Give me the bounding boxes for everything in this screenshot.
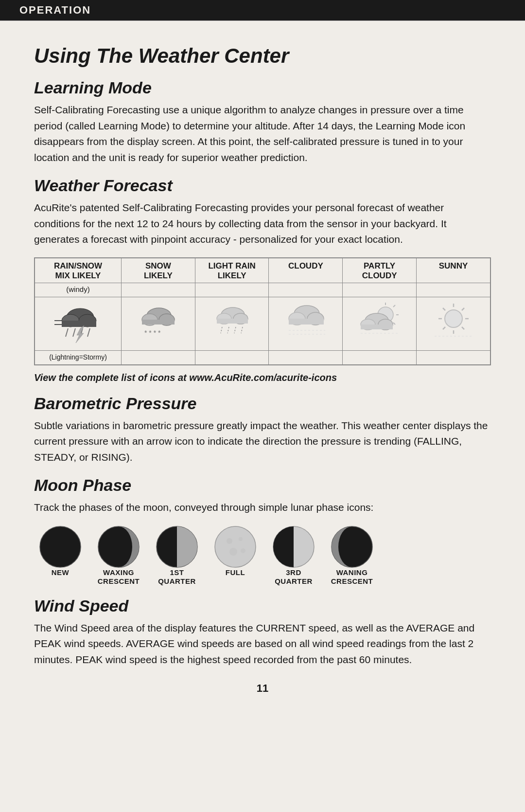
page-content: Using The Weather Center Learning Mode S… bbox=[0, 21, 525, 719]
moon-phase-title: Moon Phase bbox=[34, 476, 491, 495]
operation-label: OPERATION bbox=[19, 4, 91, 16]
page-title: Using The Weather Center bbox=[34, 44, 491, 68]
svg-rect-27 bbox=[289, 319, 324, 325]
svg-text:*   *   *   *: * * * * bbox=[144, 329, 161, 337]
svg-rect-19 bbox=[217, 319, 248, 324]
operation-bar: OPERATION bbox=[0, 0, 525, 20]
forecast-cloudy-bottom bbox=[269, 350, 343, 365]
forecast-bottom-label-row: (Lightning=Stormy) bbox=[35, 350, 490, 365]
svg-line-20 bbox=[221, 327, 222, 333]
barometric-pressure-title: Barometric Pressure bbox=[34, 394, 491, 413]
forecast-sublabel-row: (windy) bbox=[35, 283, 490, 297]
barometric-pressure-body: Subtle variations in barometric pressure… bbox=[34, 418, 491, 466]
moon-new-icon bbox=[39, 525, 82, 568]
moon-phase-third-quarter: 3RDQUARTER bbox=[267, 525, 320, 586]
forecast-icon-row: * * * * bbox=[35, 297, 490, 350]
svg-point-56 bbox=[229, 548, 237, 556]
learning-mode-title: Learning Mode bbox=[34, 78, 491, 97]
forecast-partlycloudy-sublabel bbox=[343, 283, 417, 297]
forecast-header-cloudy: CLOUDY bbox=[269, 258, 343, 283]
svg-line-46 bbox=[462, 308, 464, 310]
page-number: 11 bbox=[34, 682, 491, 695]
svg-point-54 bbox=[227, 538, 232, 544]
svg-rect-14 bbox=[142, 320, 175, 325]
moon-phase-body: Track the phases of the moon, conveyed t… bbox=[34, 500, 491, 516]
moon-waxing-crescent-icon bbox=[97, 525, 140, 568]
moon-phase-waxing-crescent: WAXINGCRESCENT bbox=[92, 525, 145, 586]
svg-line-23 bbox=[241, 327, 243, 333]
moon-waning-crescent-icon bbox=[331, 525, 373, 568]
wind-speed-body: The Wind Speed area of the display featu… bbox=[34, 620, 491, 668]
forecast-header-light-rain: LIGHT RAINLIKELY bbox=[195, 258, 269, 283]
learning-mode-body: Self-Calibrating Forecasting use a uniqu… bbox=[34, 102, 491, 165]
forecast-lightrain-sublabel bbox=[195, 283, 269, 297]
moon-phase-new: NEW bbox=[34, 525, 87, 577]
forecast-icon-light-rain bbox=[195, 297, 269, 350]
forecast-lightning-label: (Lightning=Stormy) bbox=[35, 350, 121, 365]
forecast-header-row: RAIN/SNOWMIX LIKELY SNOWLIKELY LIGHT RAI… bbox=[35, 258, 490, 283]
forecast-icon-snow: * * * * bbox=[121, 297, 195, 350]
svg-rect-5 bbox=[62, 321, 96, 327]
svg-rect-38 bbox=[361, 325, 393, 329]
moon-third-quarter-icon bbox=[272, 525, 315, 568]
forecast-header-snow: SNOWLIKELY bbox=[121, 258, 195, 283]
svg-line-22 bbox=[234, 327, 236, 333]
moon-phase-waning-crescent: WANINGCRESCENT bbox=[326, 525, 378, 586]
forecast-lightrain-bottom bbox=[195, 350, 269, 365]
forecast-header-sunny: SUNNY bbox=[417, 258, 490, 283]
svg-line-32 bbox=[393, 305, 395, 307]
svg-point-55 bbox=[239, 537, 243, 541]
svg-marker-10 bbox=[76, 325, 84, 343]
svg-point-50 bbox=[40, 526, 81, 567]
moon-phase-row: NEW WAXINGCRESCENT 1STQUARTER bbox=[34, 525, 491, 586]
forecast-link-row: View the complete list of icons at www.A… bbox=[34, 372, 491, 383]
forecast-cloudy-sublabel bbox=[269, 283, 343, 297]
forecast-sunny-sublabel bbox=[417, 283, 490, 297]
svg-point-40 bbox=[445, 310, 462, 327]
weather-forecast-body: AcuRite's patented Self-Calibrating Fore… bbox=[34, 200, 491, 248]
forecast-header-rain-snow: RAIN/SNOWMIX LIKELY bbox=[35, 258, 121, 283]
svg-line-7 bbox=[73, 328, 75, 337]
forecast-partlycloudy-bottom bbox=[343, 350, 417, 365]
svg-line-6 bbox=[66, 328, 68, 337]
forecast-icon-sunny bbox=[417, 297, 490, 350]
svg-line-48 bbox=[462, 327, 464, 329]
moon-first-quarter-icon bbox=[156, 525, 198, 568]
forecast-icon-rain-snow bbox=[35, 297, 121, 350]
svg-point-57 bbox=[241, 548, 245, 553]
wind-speed-title: Wind Speed bbox=[34, 596, 491, 615]
svg-line-47 bbox=[443, 327, 445, 329]
forecast-snow-bottom bbox=[121, 350, 195, 365]
forecast-icon-cloudy bbox=[269, 297, 343, 350]
forecast-header-partly-cloudy: PARTLYCLOUDY bbox=[343, 258, 417, 283]
forecast-table: RAIN/SNOWMIX LIKELY SNOWLIKELY LIGHT RAI… bbox=[34, 257, 491, 365]
forecast-snow-sublabel bbox=[121, 283, 195, 297]
svg-point-53 bbox=[215, 526, 256, 567]
forecast-icon-partly-cloudy bbox=[343, 297, 417, 350]
moon-phase-full: FULL bbox=[209, 525, 262, 577]
forecast-windy-label: (windy) bbox=[35, 283, 121, 297]
svg-line-45 bbox=[443, 308, 445, 310]
forecast-link-text: View the complete list of icons at www.A… bbox=[34, 372, 337, 383]
svg-line-21 bbox=[228, 327, 229, 333]
svg-line-9 bbox=[88, 328, 90, 337]
moon-phase-first-quarter: 1STQUARTER bbox=[151, 525, 203, 586]
moon-full-icon bbox=[214, 525, 257, 568]
forecast-sunny-bottom bbox=[417, 350, 490, 365]
weather-forecast-title: Weather Forecast bbox=[34, 176, 491, 195]
svg-line-34 bbox=[393, 323, 395, 325]
